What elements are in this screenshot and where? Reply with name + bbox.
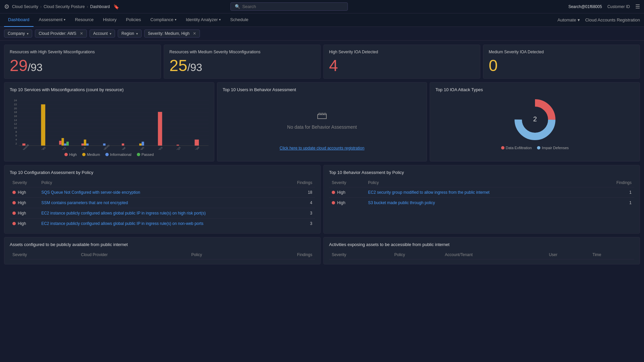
nav-item-assessment[interactable]: Assessment ▾: [35, 13, 70, 27]
nav-item-identity[interactable]: Identity Analyzer ▾: [182, 13, 225, 27]
policy-link[interactable]: EC2 instance publicly configured allows …: [41, 221, 203, 226]
svg-text:8: 8: [15, 130, 17, 133]
bar-chart-legend: High Medium Informational Passed: [10, 153, 209, 157]
findings-cell: 3: [285, 208, 315, 218]
filter-company[interactable]: Company ▾: [4, 29, 32, 38]
assets-public-card: Assets configured to be publicly availab…: [4, 237, 321, 264]
severity-label: High: [18, 200, 26, 205]
filter-bar: Company ▾ Cloud Provider: AWS ✕ Account …: [0, 27, 644, 41]
stat-medium-misconfig-value: 25/93: [169, 58, 315, 74]
filter-company-label: Company: [8, 31, 25, 36]
user-id: Search@01f68005: [568, 4, 602, 9]
svg-text:EC2: EC2: [61, 146, 67, 149]
nav-item-history[interactable]: History: [99, 13, 120, 27]
stats-row: Resources with High Severity Misconfigur…: [4, 45, 640, 79]
breadcrumb: Cloud Security › Cloud Security Posture …: [12, 4, 119, 9]
severity-label: High: [18, 190, 26, 195]
filter-cloud-provider-label: Cloud Provider: AWS: [39, 31, 76, 36]
filter-severity[interactable]: Severity: Medium, High ✕: [144, 29, 200, 38]
policy-cell: EC2 instance publicly configured allows …: [39, 218, 285, 229]
nav-item-schedule[interactable]: Schedule: [226, 13, 252, 27]
findings-cell: 3: [285, 218, 315, 229]
severity-dot: [12, 222, 16, 225]
breadcrumb-posture[interactable]: Cloud Security Posture: [44, 4, 85, 9]
behavior-col-policy: Policy: [365, 178, 597, 187]
behavior-table-scroll[interactable]: Severity Policy Findings High EC2 securi…: [329, 178, 634, 208]
nav-item-compliance[interactable]: Compliance ▾: [146, 13, 180, 27]
charts-row: Top 10 Services with Misconfigurations (…: [4, 82, 640, 162]
svg-rect-29: [59, 141, 61, 145]
legend-high-dot: [64, 153, 68, 156]
severity-dot: [12, 212, 16, 215]
activities-col-policy: Policy: [391, 250, 442, 259]
messages-icon[interactable]: ☰: [635, 3, 640, 10]
breadcrumb-cloud-security[interactable]: Cloud Security: [12, 4, 38, 9]
svg-rect-32: [66, 141, 69, 145]
legend-exfil-dot: [501, 146, 504, 149]
stat-medium-ioa: Medium Severity IOA Detected 0: [483, 45, 640, 79]
app-logo: ⚙: [4, 3, 9, 10]
policy-link[interactable]: SSM contains parameters that are not enc…: [41, 200, 128, 205]
severity-dot: [332, 191, 335, 194]
config-col-findings: Findings: [285, 178, 315, 187]
svg-text:RDS: RDS: [158, 146, 163, 150]
svg-rect-49: [195, 139, 199, 145]
stat-high-ioa: High Severity IOA Detected 4: [323, 45, 480, 79]
svg-text:SQS: SQS: [176, 146, 181, 150]
findings-cell: 18: [285, 187, 315, 197]
behavior-table: Severity Policy Findings High EC2 securi…: [329, 178, 634, 208]
legend-medium-dot: [82, 153, 86, 156]
search-icon: 🔍: [235, 4, 240, 9]
severity-label: High: [18, 221, 26, 226]
bookmark-icon[interactable]: 🔖: [113, 4, 119, 9]
filter-account[interactable]: Account ▾: [90, 29, 115, 38]
nav-item-resource[interactable]: Resource: [71, 13, 98, 27]
severity-dot: [332, 201, 335, 204]
behavior-assessment-card: Top 10 Users in Behavior Assessment 🗃 No…: [217, 82, 427, 162]
svg-text:ELB: ELB: [82, 146, 87, 149]
svg-text:18: 18: [14, 111, 17, 114]
policy-cell: S3 bucket made public through policy: [365, 197, 597, 208]
legend-impair: Impair Defenses: [537, 146, 569, 150]
ioa-chart-card: Top 10 IOA Attack Types 2 Data Ex: [430, 82, 640, 162]
donut-legend: Data Exfiltration Impair Defenses: [435, 146, 634, 150]
no-data-text: No data for Behavior Assessment: [287, 124, 357, 130]
policy-link[interactable]: EC2 security group modified to allow ing…: [368, 190, 489, 195]
filter-severity-label: Severity: Medium, High: [148, 31, 190, 36]
filter-cloud-provider[interactable]: Cloud Provider: AWS ✕: [35, 29, 87, 38]
nav-bar: Dashboard Assessment ▾ Resource History …: [0, 13, 644, 27]
config-table-scroll[interactable]: Severity Policy Findings High SQS Queue …: [10, 178, 315, 229]
search-input[interactable]: [242, 4, 343, 9]
legend-informational: Informational: [105, 153, 131, 157]
stat-medium-ioa-value: 0: [489, 58, 634, 74]
cloud-accounts-registration-link[interactable]: Cloud Accounts Registration: [585, 17, 640, 22]
config-table-title: Top 10 Configuration Assessment by Polic…: [10, 170, 315, 175]
filter-region[interactable]: Region ▾: [118, 29, 142, 38]
nav-item-dashboard[interactable]: Dashboard: [4, 13, 34, 27]
severity-cell: High: [10, 208, 39, 218]
automate-button[interactable]: Automate ▾: [557, 17, 580, 22]
filter-cloud-provider-close[interactable]: ✕: [80, 31, 83, 36]
customer-id-dropdown[interactable]: Customer ID: [607, 4, 630, 9]
stat-high-misconfig-label: Resources with High Severity Misconfigur…: [10, 50, 155, 55]
donut-area: 2: [435, 96, 634, 143]
svg-text:2: 2: [15, 142, 17, 145]
assets-col-policy: Policy: [189, 250, 244, 259]
table-row: High SQS Queue Not Configured with serve…: [10, 187, 315, 197]
identity-arrow: ▾: [219, 18, 221, 21]
policy-link[interactable]: SQS Queue Not Configured with server-sid…: [41, 190, 140, 195]
policy-cell: EC2 security group modified to allow ing…: [365, 187, 597, 197]
table-row: High EC2 instance publicly configured al…: [10, 218, 315, 229]
nav-item-policies[interactable]: Policies: [122, 13, 145, 27]
policy-link[interactable]: EC2 instance publicly configured allows …: [41, 211, 206, 216]
update-cloud-accounts-link[interactable]: Click here to update cloud accounts regi…: [223, 146, 422, 150]
filter-severity-close[interactable]: ✕: [193, 31, 196, 36]
severity-cell: High: [329, 197, 365, 208]
stat-medium-misconfig: Resources with Medium Severity Misconfig…: [164, 45, 321, 79]
svg-rect-31: [64, 143, 66, 145]
stat-high-misconfig: Resources with High Severity Misconfigur…: [4, 45, 161, 79]
policy-link[interactable]: S3 bucket made public through policy: [368, 200, 435, 205]
config-col-policy: Policy: [39, 178, 285, 187]
filter-company-arrow: ▾: [27, 32, 29, 36]
legend-high: High: [64, 153, 77, 157]
